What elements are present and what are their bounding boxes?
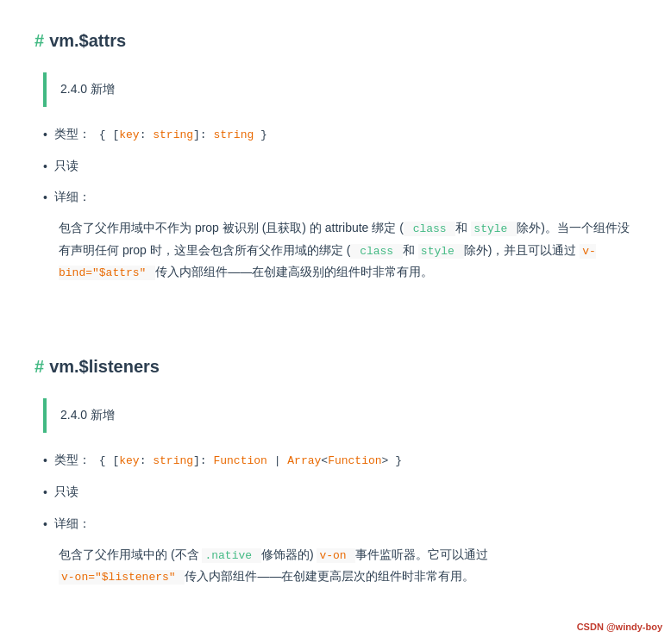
csdn-watermark: CSDN @windy-boy bbox=[577, 619, 662, 635]
version-label-attrs: 2.4.0 新增 bbox=[60, 82, 115, 96]
type-code-listeners: { [key: string]: Function | Array<Functi… bbox=[99, 454, 402, 467]
list-item-listeners-detail: • 详细： 包含了父作用域中的 (不含 .native 修饰器的) v-on 事… bbox=[43, 514, 637, 588]
hash-icon-listeners: # bbox=[34, 357, 44, 376]
version-badge-listeners: 2.4.0 新增 bbox=[43, 398, 637, 433]
bullet-dot: • bbox=[43, 188, 47, 209]
list-item-listeners-readonly: • 只读 bbox=[43, 482, 637, 503]
bullet-dot: • bbox=[43, 451, 47, 472]
bullet-dot: • bbox=[43, 483, 47, 503]
section-vm-attrs: #vm.$attrs 2.4.0 新增 • 类型： { [key: string… bbox=[34, 17, 637, 283]
attrs-bullet-list: • 类型： { [key: string]: string } • 只读 • 详… bbox=[43, 124, 637, 284]
detail-content-listeners: 包含了父作用域中的 (不含 .native 修饰器的) v-on 事件监听器。它… bbox=[59, 544, 488, 588]
detail-label-listeners: 详细： bbox=[54, 514, 91, 535]
section-vm-listeners: #vm.$listeners 2.4.0 新增 • 类型： { [key: st… bbox=[34, 343, 637, 587]
detail-label-attrs: 详细： bbox=[54, 187, 91, 208]
listeners-bullet-list: • 类型： { [key: string]: Function | Array<… bbox=[43, 450, 637, 587]
separator bbox=[34, 317, 637, 343]
list-item-attrs-readonly: • 只读 bbox=[43, 156, 637, 178]
section-title-listeners: #vm.$listeners bbox=[34, 343, 637, 381]
type-code-attrs: { [key: string]: string } bbox=[99, 128, 267, 141]
hash-icon-attrs: # bbox=[34, 31, 44, 50]
readonly-label-attrs: 只读 bbox=[54, 156, 78, 177]
list-item-listeners-type: • 类型： { [key: string]: Function | Array<… bbox=[43, 450, 637, 472]
detail-content-attrs: 包含了父作用域中不作为 prop 被识别 (且获取) 的 attribute 绑… bbox=[59, 217, 637, 283]
bullet-dot: • bbox=[43, 515, 47, 535]
version-badge-attrs: 2.4.0 新增 bbox=[43, 72, 637, 107]
title-text-attrs: vm.$attrs bbox=[49, 31, 126, 50]
version-label-listeners: 2.4.0 新增 bbox=[60, 408, 115, 422]
list-item-attrs-detail: • 详细： 包含了父作用域中不作为 prop 被识别 (且获取) 的 attri… bbox=[43, 187, 637, 283]
bullet-dot: • bbox=[43, 157, 47, 178]
bullet-dot: • bbox=[43, 125, 47, 146]
list-item-attrs-type: • 类型： { [key: string]: string } bbox=[43, 124, 637, 146]
type-label-attrs: 类型： bbox=[54, 127, 96, 141]
page-content: #vm.$attrs 2.4.0 新增 • 类型： { [key: string… bbox=[34, 17, 637, 587]
readonly-label-listeners: 只读 bbox=[54, 482, 78, 503]
title-text-listeners: vm.$listeners bbox=[49, 357, 160, 376]
section-title-attrs: #vm.$attrs bbox=[34, 17, 637, 55]
type-label-listeners: 类型： bbox=[54, 453, 96, 466]
